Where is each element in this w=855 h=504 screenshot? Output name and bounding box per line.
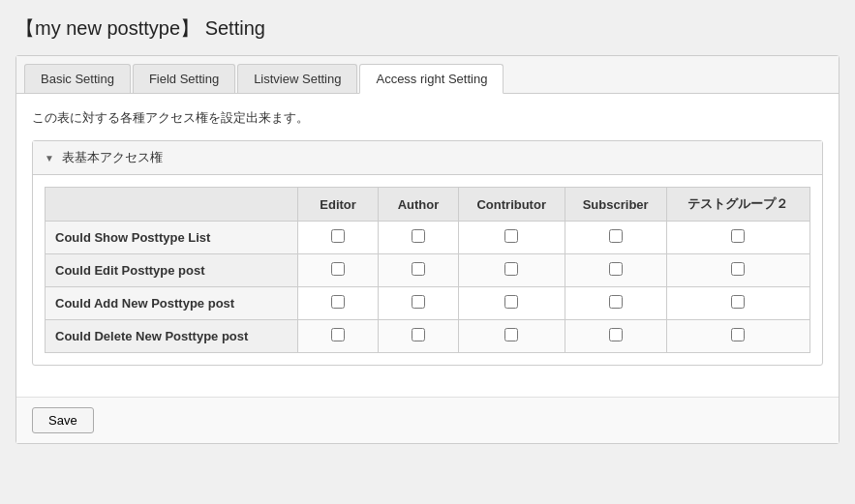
access-table: EditorAuthorContributorSubscriberテストグループ… (45, 187, 810, 353)
panel-body: この表に対する各種アクセス権を設定出来ます。 ▼ 表基本アクセス権 Editor… (16, 94, 839, 397)
checkbox-1-4[interactable] (731, 262, 745, 276)
cell-3-1 (379, 320, 459, 353)
checkbox-2-4[interactable] (731, 295, 745, 309)
cell-2-2 (458, 287, 565, 320)
cell-1-0 (298, 254, 379, 287)
checkbox-2-0[interactable] (331, 295, 345, 309)
cell-2-3 (565, 287, 666, 320)
cell-3-3 (565, 320, 666, 353)
checkbox-2-2[interactable] (504, 295, 518, 309)
cell-1-2 (458, 254, 565, 287)
tab-access[interactable]: Access right Setting (359, 64, 504, 94)
cell-1-3 (565, 254, 666, 287)
cell-0-3 (565, 222, 666, 254)
main-panel: Basic SettingField SettingListview Setti… (15, 55, 840, 444)
page-wrapper: 【my new posttype】 Setting Basic SettingF… (0, 0, 855, 504)
checkbox-3-4[interactable] (731, 328, 745, 341)
cell-2-0 (298, 287, 379, 320)
table-header-empty (46, 188, 298, 222)
checkbox-0-4[interactable] (731, 229, 745, 243)
table-column-header-4: テストグループ２ (666, 188, 809, 222)
checkbox-3-1[interactable] (412, 328, 425, 341)
checkbox-0-3[interactable] (609, 229, 623, 243)
checkbox-1-0[interactable] (331, 262, 345, 276)
section-title: 表基本アクセス権 (62, 149, 163, 166)
table-column-header-0: Editor (298, 188, 379, 222)
tab-basic[interactable]: Basic Setting (24, 64, 131, 93)
table-row: Could Delete New Posttype post (46, 320, 810, 353)
checkbox-1-2[interactable] (504, 262, 518, 276)
section-content: EditorAuthorContributorSubscriberテストグループ… (33, 175, 822, 365)
cell-1-4 (666, 254, 809, 287)
collapse-arrow-icon: ▼ (45, 153, 54, 163)
cell-0-0 (298, 222, 379, 254)
checkbox-3-0[interactable] (331, 328, 345, 341)
checkbox-3-3[interactable] (609, 328, 623, 341)
tab-listview[interactable]: Listview Setting (237, 64, 357, 93)
checkbox-0-1[interactable] (412, 229, 425, 243)
checkbox-2-3[interactable] (609, 295, 623, 309)
page-title: 【my new posttype】 Setting (15, 15, 840, 42)
save-area: Save (16, 397, 839, 443)
checkbox-0-0[interactable] (331, 229, 345, 243)
cell-0-4 (666, 222, 809, 254)
cell-1-1 (379, 254, 459, 287)
checkbox-2-1[interactable] (412, 295, 425, 309)
table-column-header-3: Subscriber (565, 188, 666, 222)
checkbox-3-2[interactable] (504, 328, 518, 341)
table-row: Could Edit Posttype post (46, 254, 810, 287)
checkbox-1-3[interactable] (609, 262, 623, 276)
tabs-bar: Basic SettingField SettingListview Setti… (16, 56, 839, 94)
row-label-2: Could Add New Posttype post (46, 287, 298, 320)
section-header: ▼ 表基本アクセス権 (33, 141, 822, 175)
cell-0-1 (379, 222, 459, 254)
cell-3-2 (458, 320, 565, 353)
row-label-0: Could Show Posttype List (46, 222, 298, 254)
cell-3-4 (666, 320, 809, 353)
description-text: この表に対する各種アクセス権を設定出来ます。 (32, 109, 823, 127)
row-label-3: Could Delete New Posttype post (46, 320, 298, 353)
cell-2-4 (666, 287, 809, 320)
cell-3-0 (298, 320, 379, 353)
tab-field[interactable]: Field Setting (133, 64, 235, 93)
section-box: ▼ 表基本アクセス権 EditorAuthorContributorSubscr… (32, 140, 823, 366)
table-row: Could Add New Posttype post (46, 287, 810, 320)
row-label-1: Could Edit Posttype post (46, 254, 298, 287)
table-row: Could Show Posttype List (46, 222, 810, 254)
save-button[interactable]: Save (32, 407, 94, 433)
table-column-header-1: Author (379, 188, 459, 222)
cell-2-1 (379, 287, 459, 320)
table-column-header-2: Contributor (458, 188, 565, 222)
checkbox-1-1[interactable] (412, 262, 425, 276)
cell-0-2 (458, 222, 565, 254)
checkbox-0-2[interactable] (504, 229, 518, 243)
